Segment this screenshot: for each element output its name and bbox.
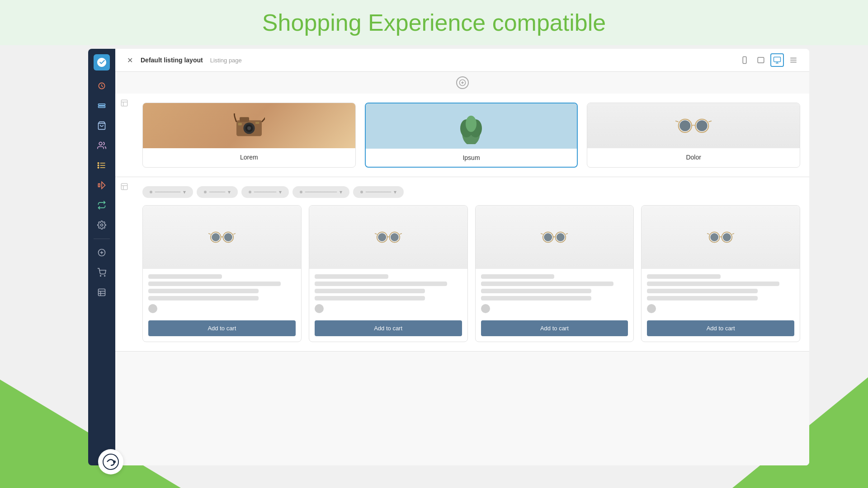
close-button[interactable]: ✕ (124, 55, 135, 66)
topbar-title: Default listing layout (141, 56, 203, 64)
add-to-cart-button-3[interactable]: Add to cart (481, 320, 628, 336)
skeleton-desc1-1 (148, 289, 259, 293)
svg-line-68 (375, 234, 377, 235)
add-to-cart-button-4[interactable]: Add to cart (647, 320, 794, 336)
add-row-button[interactable] (456, 76, 469, 89)
filter-chip-4[interactable]: ━━━━━━━━━━ ▾ (292, 186, 349, 198)
svg-point-11 (101, 224, 103, 226)
sidebar-item-swap[interactable] (94, 197, 110, 213)
filter-chip-3[interactable]: ━━━━━━━ ▾ (241, 186, 289, 198)
view-tablet[interactable] (754, 53, 768, 67)
svg-rect-21 (743, 57, 746, 64)
filter-chip-2[interactable]: ━━━━━ ▾ (197, 186, 238, 198)
add-row-bar[interactable] (115, 72, 809, 94)
view-desktop[interactable] (770, 53, 784, 67)
skeleton-title-4 (647, 282, 779, 286)
filter-label-2: ━━━━━ (209, 189, 225, 195)
filter-chip-5[interactable]: ━━━━━━━━ ▾ (353, 186, 404, 198)
view-icons (738, 53, 800, 67)
skeleton-desc2-1 (148, 296, 259, 300)
sidebar (88, 49, 115, 465)
svg-line-75 (566, 234, 568, 235)
skeleton-desc2-2 (315, 296, 425, 300)
skeleton-price-3 (481, 274, 555, 279)
filter-bar: ━━━━━━━━ ▾ ━━━━━ ▾ ━━━━━━━ ▾ (142, 186, 800, 198)
skeleton-dot-1 (148, 304, 157, 313)
svg-rect-17 (99, 289, 105, 296)
sidebar-logo[interactable] (94, 54, 110, 70)
section-handle-listing[interactable] (115, 177, 133, 351)
plant-image (366, 103, 577, 149)
filter-dot-3 (249, 191, 251, 193)
svg-point-65 (378, 233, 386, 241)
svg-line-69 (400, 234, 402, 235)
filter-arrow-3: ▾ (279, 189, 282, 195)
svg-line-53 (675, 121, 679, 122)
skeleton-price-2 (315, 274, 388, 279)
featured-card-dolor[interactable]: Dolor (587, 103, 800, 168)
svg-point-9 (98, 165, 99, 166)
skeleton-desc1-3 (481, 289, 591, 293)
sidebar-item-users[interactable] (94, 137, 110, 154)
skeleton-desc2-3 (481, 296, 591, 300)
products-grid: Add to cart (142, 205, 800, 342)
svg-rect-1 (99, 104, 105, 105)
listing-section: ━━━━━━━━ ▾ ━━━━━ ▾ ━━━━━━━ ▾ (115, 177, 809, 352)
svg-line-54 (708, 121, 712, 122)
filter-label-3: ━━━━━━━ (254, 189, 276, 195)
filter-chip-1[interactable]: ━━━━━━━━ ▾ (142, 186, 193, 198)
add-to-cart-button-2[interactable]: Add to cart (315, 320, 462, 336)
topbar: ✕ Default listing layout Listing page (115, 49, 809, 72)
filter-arrow-5: ▾ (394, 189, 396, 195)
sidebar-item-list[interactable] (94, 157, 110, 174)
svg-point-16 (104, 276, 105, 277)
skeleton-desc1-4 (647, 289, 757, 293)
skeleton-desc2-4 (647, 296, 757, 300)
sidebar-item-shopping[interactable] (94, 117, 110, 134)
svg-rect-23 (758, 57, 764, 63)
product-info-2: Add to cart (309, 269, 467, 342)
view-mobile[interactable] (738, 53, 751, 67)
skeleton-price-4 (647, 274, 721, 279)
skeleton-price-1 (148, 274, 222, 279)
svg-point-61 (224, 233, 232, 241)
sidebar-item-add[interactable] (94, 244, 110, 261)
filter-arrow-4: ▾ (340, 189, 342, 195)
featured-cards-area: Lorem (133, 94, 809, 177)
svg-point-79 (723, 233, 731, 241)
svg-rect-55 (121, 183, 127, 190)
listing-section-content: ━━━━━━━━ ▾ ━━━━━ ▾ ━━━━━━━ ▾ (133, 177, 809, 351)
sidebar-item-table[interactable] (94, 284, 110, 300)
section-handle-featured[interactable] (115, 94, 133, 177)
product-img-4 (642, 206, 800, 269)
camera-image (143, 103, 355, 148)
layout-area: Lorem (115, 72, 809, 465)
svg-rect-34 (121, 100, 127, 106)
filter-label-4: ━━━━━━━━━━ (305, 189, 337, 195)
product-card-1: Add to cart (142, 205, 302, 342)
bottom-logo (98, 449, 123, 474)
sidebar-item-layers[interactable] (94, 98, 110, 114)
svg-rect-42 (238, 122, 241, 125)
featured-card-ipsum[interactable]: Ipsum (365, 103, 578, 168)
featured-card-ipsum-label: Ipsum (366, 149, 577, 167)
svg-point-41 (247, 126, 251, 130)
content-area: ✕ Default listing layout Listing page (115, 49, 809, 465)
page-title: Shopping Experience compatible (0, 9, 868, 36)
sidebar-item-megaphone[interactable] (94, 177, 110, 193)
product-info-3: Add to cart (476, 269, 634, 342)
sidebar-item-settings[interactable] (94, 217, 110, 233)
svg-rect-43 (255, 122, 259, 123)
skeleton-dot-4 (647, 304, 656, 313)
featured-card-dolor-label: Dolor (587, 148, 800, 166)
view-list[interactable] (787, 53, 800, 67)
featured-card-lorem[interactable]: Lorem (142, 103, 356, 168)
skeleton-dot-3 (481, 304, 490, 313)
svg-point-52 (697, 120, 708, 131)
svg-point-67 (390, 233, 398, 241)
svg-rect-38 (240, 117, 249, 122)
sidebar-item-cart[interactable] (94, 264, 110, 281)
add-to-cart-button-1[interactable]: Add to cart (148, 320, 296, 336)
sidebar-item-dashboard[interactable] (94, 78, 110, 94)
filter-dot-4 (300, 191, 302, 193)
